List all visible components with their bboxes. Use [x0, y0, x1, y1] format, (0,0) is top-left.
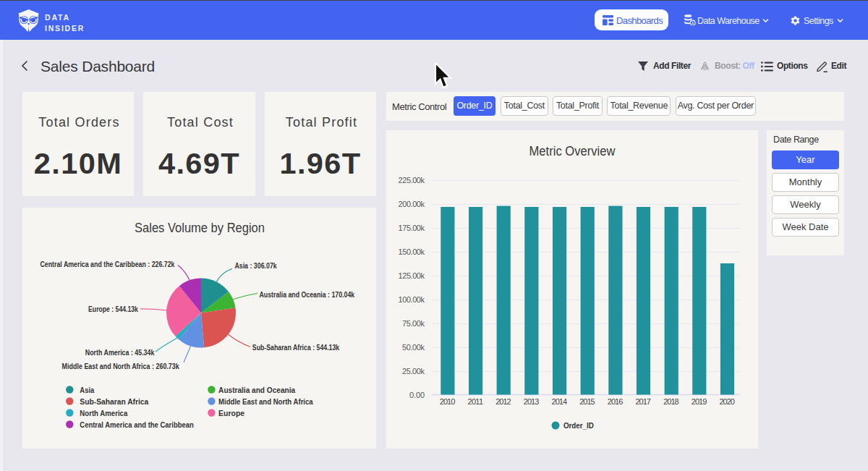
svg-text:2012: 2012	[495, 397, 511, 406]
svg-text:North America : 45.34k: North America : 45.34k	[85, 348, 155, 357]
svg-text:Asia: Asia	[80, 386, 95, 394]
svg-text:Sub-Saharan Africa: Sub-Saharan Africa	[80, 397, 149, 406]
svg-text:Europe: Europe	[218, 409, 244, 417]
svg-text:50.00k: 50.00k	[402, 343, 425, 352]
svg-text:2018: 2018	[663, 397, 679, 406]
svg-text:25.00k: 25.00k	[402, 367, 425, 375]
svg-text:100.00k: 100.00k	[399, 295, 425, 304]
svg-text:Order_ID: Order_ID	[563, 421, 594, 430]
svg-text:125.00k: 125.00k	[399, 271, 425, 280]
svg-text:Middle East and North Africa :: Middle East and North Africa : 260.73k	[62, 362, 179, 370]
svg-text:Asia : 306.07k: Asia : 306.07k	[234, 261, 276, 270]
svg-text:North America: North America	[80, 409, 128, 417]
svg-text:Australia and Oceania: Australia and Oceania	[218, 386, 296, 394]
svg-text:Sales Volume by Region: Sales Volume by Region	[135, 221, 265, 235]
svg-text:Sub-Saharan Africa : 544.13k: Sub-Saharan Africa : 544.13k	[252, 343, 340, 352]
svg-text:2013: 2013	[524, 397, 540, 406]
svg-text:Australia and Oceania : 170.04: Australia and Oceania : 170.04k	[260, 290, 355, 299]
svg-text:2020: 2020	[719, 397, 735, 406]
svg-text:2010: 2010	[440, 397, 456, 406]
svg-text:225.00k: 225.00k	[399, 176, 425, 184]
svg-text:Central America and the Caribb: Central America and the Caribbean : 226.…	[41, 260, 175, 268]
svg-text:175.00k: 175.00k	[399, 224, 425, 232]
svg-text:Middle East and North Africa: Middle East and North Africa	[218, 397, 313, 406]
svg-text:Central America and the Caribb: Central America and the Caribbean	[80, 420, 194, 429]
svg-text:2014: 2014	[552, 397, 568, 406]
svg-text:150.00k: 150.00k	[399, 247, 425, 256]
svg-text:0.00: 0.00	[409, 391, 425, 399]
svg-text:75.00k: 75.00k	[402, 319, 425, 328]
svg-text:2016: 2016	[608, 397, 624, 406]
svg-text:Metric Overview: Metric Overview	[529, 144, 616, 158]
svg-text:Europe : 544.13k: Europe : 544.13k	[88, 305, 138, 313]
svg-text:2019: 2019	[692, 397, 707, 406]
svg-text:2017: 2017	[635, 397, 651, 406]
svg-text:2015: 2015	[579, 397, 595, 406]
svg-text:200.00k: 200.00k	[399, 200, 425, 208]
svg-text:2011: 2011	[468, 397, 484, 406]
